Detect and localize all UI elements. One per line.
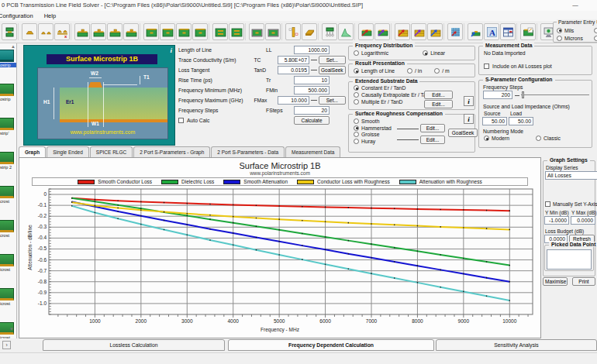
tab-measurement-data[interactable]: Measurement Data (285, 146, 340, 157)
toolbar-button-microstrip-d[interactable] (123, 23, 139, 40)
toolbar-button-stripline-d[interactable] (192, 23, 208, 40)
fmax-set-button[interactable]: Set... (319, 96, 346, 105)
sidebar-item[interactable]: icrost (0, 288, 17, 322)
load-impedance-input[interactable]: 50.00 (509, 117, 533, 125)
toolbar-button-goalseek-purple-b[interactable] (411, 23, 426, 40)
toolbar-button-dual-trace[interactable] (38, 23, 53, 40)
include-losses-checkbox[interactable]: Include on All Losses plot (484, 64, 552, 69)
tc-set-button[interactable]: Set... (319, 56, 346, 64)
toolbar-button-microstrip-a[interactable] (74, 23, 90, 40)
toolbar-button-board-3d[interactable] (302, 23, 317, 40)
tab-single-ended[interactable]: Single Ended (47, 146, 89, 157)
multiple-edit-button[interactable]: Edit... (424, 100, 453, 108)
toolbar-button-stripline-a[interactable] (143, 23, 159, 40)
roughness-edit1-button[interactable]: Edit... (420, 124, 445, 132)
sidebar-item[interactable]: ostrip (0, 50, 17, 84)
toolbar-button-impedance-peak[interactable] (338, 23, 354, 40)
tab-2-port-s-parameters-graph[interactable]: 2 Port S-Parameters - Graph (133, 146, 210, 157)
toolbar-button-grid-solver[interactable] (447, 23, 463, 40)
radio-m[interactable]: / m (434, 68, 449, 74)
manual-y-axis-checkbox[interactable]: Manually Set Y-Axis (545, 201, 597, 207)
auto-calc-checkbox[interactable]: Auto Calc (178, 118, 294, 123)
fmin-input[interactable]: 500.000 (294, 86, 330, 94)
toolbar-button-goalseek-red-a[interactable] (358, 23, 374, 40)
print-button[interactable]: Print (572, 277, 595, 286)
sidebar-item[interactable]: crost (0, 220, 17, 254)
radio-hammerstad[interactable]: Hammerstad (354, 125, 392, 131)
sidebar-item[interactable]: strip 2 (0, 152, 17, 186)
radio-causally-extrapolate-er-tand[interactable]: Causally Extrapolate Er / TanD (354, 92, 433, 98)
causally-edit-button[interactable]: Edit... (424, 91, 453, 99)
radio-in[interactable]: / in (407, 68, 422, 74)
ymax-input[interactable]: 0.0000 (571, 216, 595, 225)
tand-input[interactable]: 0.0195 (278, 66, 309, 74)
toolbar-button-single-trace[interactable] (22, 23, 37, 40)
toolbar-button-embedded-a[interactable] (249, 23, 264, 40)
toolbar-button-goalseek-purple-a[interactable] (374, 23, 390, 40)
tr-input[interactable]: 10 (294, 76, 330, 84)
sidebar-item[interactable]: ostrip (0, 84, 17, 118)
tab-graph[interactable]: Graph (19, 146, 46, 157)
radio-linear[interactable]: Linear (423, 50, 445, 56)
toolbar-button-broadside-a[interactable] (212, 23, 228, 40)
tab-spice-rlgc[interactable]: SPICE RLGC (90, 146, 133, 157)
source-impedance-input[interactable]: 50.00 (482, 117, 507, 125)
tand-goalseek-button[interactable]: GoalSeek (319, 66, 346, 74)
radio-groisse[interactable]: Groisse (354, 132, 392, 137)
radio-mils[interactable]: Mils (557, 26, 583, 34)
toolbar-button-via-structure[interactable] (285, 23, 301, 40)
fmax-input[interactable]: 10.000 (278, 96, 309, 105)
radio-constant-er-tand[interactable]: Constant Er / TanD (354, 85, 433, 91)
toolbar-button-window-panels[interactable] (500, 23, 516, 40)
sidebar-item[interactable]: icrost (0, 254, 17, 288)
toolbar-button-pcb-stack[interactable] (2, 23, 17, 40)
ll-input[interactable]: 1000.00 (294, 46, 330, 54)
toolbar-button-stripline-c[interactable] (176, 23, 192, 40)
tab-scroll-right-button[interactable]: › (2, 341, 11, 349)
roughness-info-icon[interactable]: i (464, 114, 474, 124)
radio-smooth[interactable]: Smooth (354, 118, 392, 124)
radio-huray[interactable]: Huray (354, 139, 392, 144)
tc-input[interactable]: 5.80E+07 (278, 56, 309, 64)
radio-logarithmic[interactable]: Logarithmic (354, 50, 388, 56)
display-series-dropdown[interactable]: All Losses (545, 171, 597, 180)
radio-modern[interactable]: Modern (484, 136, 509, 141)
radio-m[interactable]: M (594, 34, 597, 42)
sidebar-scroll-up-icon[interactable]: ▲ (11, 44, 16, 49)
toolbar-button-goalseek-blue[interactable] (427, 23, 443, 40)
sidebar-scroll-down-icon[interactable]: ▼ (9, 327, 14, 331)
toolbar-button-microstrip-b[interactable] (91, 23, 106, 40)
chart-plot[interactable]: 1000200030004000500060007000800090001000… (21, 187, 539, 326)
radio-multiple-er-tand[interactable]: Multiple Er / TanD (354, 99, 433, 105)
roughness-goalseek-button[interactable]: GoalSeek (448, 129, 478, 137)
toolbar-button-stripline-b[interactable] (160, 23, 175, 40)
toolbar-button-letter-a[interactable]: A (484, 23, 499, 40)
radio-in[interactable]: In (594, 26, 597, 34)
menu-help[interactable]: Help (39, 11, 61, 21)
toolbar-button-board-edit[interactable] (520, 23, 536, 40)
toolbar-button-embedded-b[interactable] (265, 23, 281, 40)
toolbar-button-lumped-network[interactable] (322, 23, 337, 40)
steps-slider-thumb[interactable] (522, 91, 524, 98)
maximise-button[interactable]: Maximise (543, 277, 568, 286)
substrate-info-icon[interactable]: i (464, 96, 474, 106)
sparam-steps-input[interactable]: 200 (483, 91, 512, 99)
toolbar-button-goalseek-red-b[interactable] (395, 23, 410, 40)
radio-length-of-line[interactable]: Length of Line (354, 68, 395, 74)
tab-lossless-calculation[interactable]: Lossless Calculation (43, 339, 225, 351)
ymin-input[interactable]: -1.0000 (544, 216, 569, 225)
roughness-edit2-button[interactable]: Edit... (420, 136, 445, 144)
tab-2-port-s-parameters-data[interactable]: 2 Port S-Parameters - Data (211, 146, 285, 157)
toolbar-button-broadside-b[interactable] (229, 23, 244, 40)
info-icon[interactable]: i (170, 46, 172, 54)
toolbar-button-field-pointer[interactable] (468, 23, 483, 40)
radio-microns[interactable]: Microns (557, 34, 583, 42)
sidebar-item[interactable]: strip' (0, 118, 17, 152)
radio-classic[interactable]: Classic (536, 136, 561, 141)
toolbar-button-microstrip-c[interactable] (107, 23, 123, 40)
steps-slider-track[interactable] (521, 94, 589, 95)
minimize-button[interactable]: — (570, 0, 581, 11)
tab-sensitivity-analysis[interactable]: Sensitivity Analysis (436, 339, 597, 351)
menu-configuration[interactable]: Configuration (0, 11, 39, 21)
calculate-button[interactable]: Calculate (294, 116, 330, 125)
